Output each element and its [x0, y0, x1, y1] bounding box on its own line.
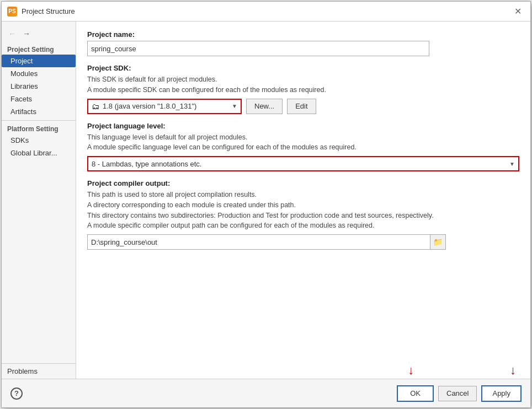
compiler-output-value: D:\spring_course\out — [88, 236, 430, 248]
language-desc: This language level is default for all p… — [87, 132, 519, 153]
sdk-value: 1.8 (java version "1.8.0_131") — [103, 102, 228, 110]
project-structure-dialog: PS Project Structure ✕ ← → Project Setti… — [1, 1, 531, 408]
bottom-bar: ? ↓ ↓ OK Cancel Apply — [2, 379, 530, 407]
bottom-left: ? — [10, 388, 23, 400]
sdk-dropdown[interactable]: 🗂 1.8 (java version "1.8.0_131") ▼ — [87, 99, 242, 114]
ok-arrow-annotation: ↓ — [408, 363, 414, 378]
sdk-dropdown-arrow-icon: ▼ — [232, 103, 237, 109]
apply-arrow-annotation: ↓ — [510, 363, 516, 378]
sdk-icon: 🗂 — [92, 102, 99, 111]
dialog-icon: PS — [7, 7, 17, 17]
language-value: 8 - Lambdas, type annotations etc. — [92, 160, 509, 168]
sidebar-item-modules[interactable]: Modules — [2, 67, 76, 80]
compiler-output-label: Project compiler output: — [87, 179, 519, 187]
sdk-new-button[interactable]: New... — [246, 99, 283, 114]
project-name-label: Project name: — [87, 30, 519, 39]
sidebar-item-problems[interactable]: Problems — [2, 363, 76, 379]
back-button[interactable]: ← — [6, 28, 18, 39]
sidebar-divider — [2, 120, 76, 121]
sidebar-item-libraries[interactable]: Libraries — [2, 80, 76, 93]
forward-button[interactable]: → — [20, 28, 33, 39]
compiler-output-desc: This path is used to store all project c… — [87, 190, 519, 231]
language-dropdown[interactable]: 8 - Lambdas, type annotations etc. ▼ — [87, 156, 519, 171]
language-dropdown-arrow-icon: ▼ — [509, 161, 515, 167]
bottom-right: ↓ ↓ OK Cancel Apply — [397, 385, 522, 402]
sdk-edit-button[interactable]: Edit — [287, 99, 316, 114]
platform-settings-label: Platform Setting — [2, 123, 76, 134]
project-settings-label: Project Setting — [2, 44, 76, 55]
main-content: Project name: Project SDK: This SDK is d… — [76, 21, 530, 379]
title-bar: PS Project Structure ✕ — [2, 2, 530, 21]
compiler-output-browse-button[interactable]: 📁 — [430, 235, 445, 249]
ok-button[interactable]: OK — [397, 385, 434, 402]
close-button[interactable]: ✕ — [511, 5, 525, 18]
sidebar: ← → Project Setting Project Modules Libr… — [2, 21, 76, 379]
content-area: ← → Project Setting Project Modules Libr… — [2, 21, 530, 379]
sdk-row: 🗂 1.8 (java version "1.8.0_131") ▼ New..… — [87, 99, 519, 114]
sidebar-item-sdks[interactable]: SDKs — [2, 134, 76, 147]
sidebar-item-artifacts[interactable]: Artifacts — [2, 105, 76, 118]
apply-button[interactable]: Apply — [481, 385, 522, 402]
project-sdk-label: Project SDK: — [87, 64, 519, 72]
sidebar-item-global-libraries[interactable]: Global Librar... — [2, 147, 76, 159]
sdk-desc1: This SDK is default for all project modu… — [87, 74, 519, 95]
project-name-input[interactable] — [87, 41, 429, 56]
sidebar-item-project[interactable]: Project — [2, 55, 76, 67]
cancel-button[interactable]: Cancel — [438, 386, 477, 401]
folder-icon: 📁 — [433, 238, 443, 246]
compiler-output-wrapper: D:\spring_course\out 📁 — [87, 234, 446, 250]
dialog-title: Project Structure — [22, 7, 511, 15]
nav-arrows: ← → — [2, 26, 76, 44]
project-language-label: Project language level: — [87, 122, 519, 130]
sidebar-item-facets[interactable]: Facets — [2, 93, 76, 105]
help-button[interactable]: ? — [10, 388, 23, 400]
